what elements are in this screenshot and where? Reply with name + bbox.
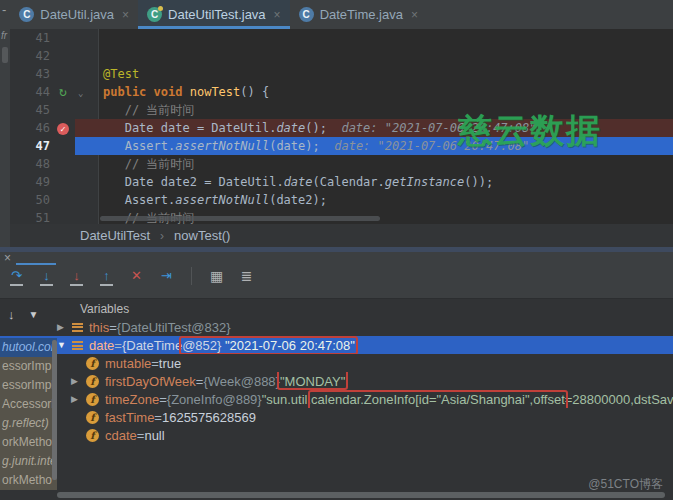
variable-icon xyxy=(72,323,83,332)
variable-row-this[interactable]: ▶this = {DateUtilTest@832} xyxy=(0,318,673,336)
line-number[interactable]: 46 xyxy=(10,119,50,137)
field-icon: f xyxy=(86,411,99,424)
view-options-icon[interactable]: ≣ xyxy=(238,269,255,283)
run-test-icon[interactable]: ↻ xyxy=(54,83,72,101)
code-line-43[interactable]: 43@Test xyxy=(10,65,673,83)
step-toolbar: ↷↓↓↑✕⇥▦≣ xyxy=(8,267,255,285)
field-icon: f xyxy=(86,393,99,406)
evaluate-expression-icon[interactable]: ▦ xyxy=(208,269,225,283)
segment-eq: = xyxy=(159,392,167,407)
step-into-icon[interactable]: ↓ xyxy=(38,269,55,283)
toolbar-separator xyxy=(191,267,192,285)
code-line-50[interactable]: 50 Assert.assertNotNull(date2); xyxy=(10,191,673,209)
variable-row-timeZone[interactable]: ▶ftimeZone = {ZoneInfo@889} "sun.util.ca… xyxy=(0,390,673,408)
frame-row[interactable]: essorImpl xyxy=(0,376,57,395)
frame-row[interactable]: hutool.cor xyxy=(0,338,57,357)
line-number[interactable]: 51 xyxy=(10,209,50,224)
frame-row[interactable]: orkMethoc xyxy=(0,433,57,452)
segment-val: 1625575628569 xyxy=(162,410,256,425)
frames-panel[interactable]: hutool.coressorImpessorImplAccessorlg.re… xyxy=(0,338,57,490)
fold-marker-icon[interactable]: ⌄ xyxy=(78,84,83,102)
breadcrumb-separator-icon: › xyxy=(160,229,164,243)
chevron-down-icon[interactable]: ▼ xyxy=(57,340,72,350)
variable-row-mutable[interactable]: fmutable = true xyxy=(0,354,673,372)
tab-DateUtil.java[interactable]: CDateUtil.java× xyxy=(10,0,138,29)
tab-close-icon[interactable]: × xyxy=(411,8,418,22)
line-number[interactable]: 50 xyxy=(10,191,50,209)
tab-DateUtilTest.java[interactable]: CDateUtilTest.java× xyxy=(138,0,290,29)
debugger-toolbar: × ↷↓↓↑✕⇥▦≣ xyxy=(0,252,673,299)
line-number[interactable]: 44 xyxy=(10,83,50,101)
step-out-icon[interactable]: ↑ xyxy=(98,269,115,283)
segment-ref: @852} xyxy=(182,338,225,353)
variable-row-fastTime[interactable]: ffastTime = 1625575628569 xyxy=(0,408,673,426)
line-number[interactable]: 47 xyxy=(10,137,50,155)
run-to-cursor-icon[interactable]: ⇥ xyxy=(158,269,175,283)
frame-row[interactable]: g.junit.inte xyxy=(0,452,57,471)
debugger-tab-indicator xyxy=(16,263,56,265)
line-number[interactable]: 48 xyxy=(10,155,50,173)
segment-ref: {DateUtilTest@832} xyxy=(117,320,231,335)
red-annotation-box: @852} "2021-07-06 20:47:08" xyxy=(182,338,355,353)
force-step-into-icon[interactable]: ↓ xyxy=(68,269,85,283)
frame-row[interactable]: orkMetho xyxy=(0,471,57,490)
tabs-container: CDateUtil.java×CDateUtilTest.java×CDateT… xyxy=(10,0,427,29)
tab-label: DateUtilTest.java xyxy=(168,7,266,22)
chevron-right-icon[interactable]: ▶ xyxy=(71,394,86,404)
segment-ref: {Week@888} xyxy=(203,374,280,389)
segment-str: "sun.util. xyxy=(262,392,311,407)
code-line-44[interactable]: 44↻⌄public void nowTest() { xyxy=(10,83,673,101)
chevron-right-icon[interactable]: ▶ xyxy=(71,376,86,386)
variable-icon xyxy=(72,341,83,350)
segment-str: "2021-07-06 20:47:08" xyxy=(225,338,355,353)
frames-scrollbar[interactable] xyxy=(52,340,57,480)
variables-panel-title: Variables xyxy=(80,302,129,316)
segment-val: null xyxy=(144,428,164,443)
bottom-horizontal-scrollbar[interactable] xyxy=(0,491,673,500)
step-over-icon[interactable]: ↷ xyxy=(8,269,25,283)
tab-label: DateTime.java xyxy=(320,7,403,22)
editor-horizontal-scrollbar[interactable] xyxy=(100,216,380,221)
segment-name: fastTime xyxy=(105,410,154,425)
watermark-corner: @51CTO博客 xyxy=(588,476,663,493)
breadcrumb: DateUtilTest › nowTest() xyxy=(10,224,673,247)
segment-eq: = xyxy=(154,410,162,425)
tab-close-icon[interactable]: × xyxy=(274,8,281,22)
tab-label: DateUtil.java xyxy=(40,7,114,22)
breadcrumb-class[interactable]: DateUtilTest xyxy=(80,228,150,243)
line-number[interactable]: 45 xyxy=(10,101,50,119)
close-icon[interactable]: × xyxy=(4,251,11,265)
code-line-48[interactable]: 48 // 当前时间 xyxy=(10,155,673,173)
field-icon: f xyxy=(86,375,99,388)
frame-row[interactable]: g.reflect) xyxy=(0,414,57,433)
breadcrumb-method[interactable]: nowTest() xyxy=(174,228,230,243)
code-line-49[interactable]: 49 Date date2 = DateUtil.date(Calendar.g… xyxy=(10,173,673,191)
tab-bar-fragment: - xyxy=(0,0,10,29)
line-number[interactable]: 42 xyxy=(10,47,50,65)
code-line-42[interactable]: 42 xyxy=(10,47,673,65)
breakpoint-icon[interactable]: ✓ xyxy=(54,119,72,137)
frame-row[interactable]: Accessorl xyxy=(0,395,57,414)
segment-eq: = xyxy=(151,356,159,371)
debug-tool-window: × ↷↓↓↑✕⇥▦≣ ↓ ▼ Variables ▶this = {DateUt… xyxy=(0,252,673,500)
segment-name: firstDayOfWeek xyxy=(105,374,196,389)
segment-eq: = xyxy=(196,374,204,389)
variable-row-cdate[interactable]: fcdate = null xyxy=(0,426,673,444)
frame-row[interactable]: essorImp xyxy=(0,357,57,376)
segment-str: =28800000,dstSavings=0,us xyxy=(565,392,673,407)
code-line-41[interactable]: 41 xyxy=(10,29,673,47)
tab-DateTime.java[interactable]: CDateTime.java× xyxy=(290,0,427,29)
line-number[interactable]: 43 xyxy=(10,65,50,83)
drop-frame-icon[interactable]: ✕ xyxy=(128,269,145,283)
line-number[interactable]: 41 xyxy=(10,29,50,47)
variable-row-date[interactable]: ▼date = {DateTime@852} "2021-07-06 20:47… xyxy=(0,336,673,354)
segment-name: date xyxy=(89,338,114,353)
chevron-right-icon[interactable]: ▶ xyxy=(57,322,72,332)
left-scrollbar-thumb[interactable] xyxy=(2,47,8,63)
line-number[interactable]: 49 xyxy=(10,173,50,191)
variable-row-firstDayOfWeek[interactable]: ▶ffirstDayOfWeek = {Week@888} "MONDAY" xyxy=(0,372,673,390)
segment-str: "MONDAY" xyxy=(280,374,345,389)
variables-tree[interactable]: ▶this = {DateUtilTest@832}▼date = {DateT… xyxy=(0,318,673,444)
tab-close-icon[interactable]: × xyxy=(122,8,129,22)
red-annotation-box: calendar.ZoneInfo[id="Asia/Shanghai",off… xyxy=(311,392,565,407)
